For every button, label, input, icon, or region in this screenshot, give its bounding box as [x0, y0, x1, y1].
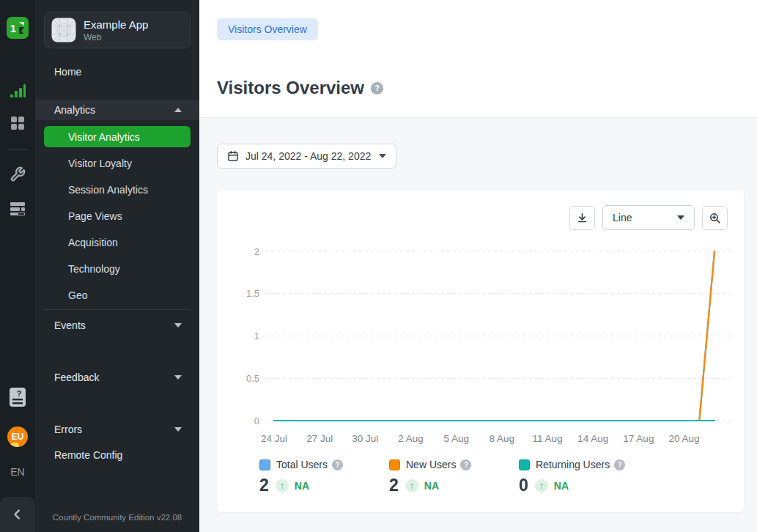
- countly-app-window: 1: [0, 0, 757, 532]
- page-header: Visitors Overview Visitors Overview ?: [199, 0, 757, 117]
- svg-text:30 Jul: 30 Jul: [352, 433, 378, 444]
- main-content: Visitors Overview Visitors Overview ? Ju…: [199, 0, 757, 532]
- sidebar-section-events[interactable]: Events: [35, 315, 199, 336]
- countly-logo[interactable]: 1: [6, 16, 29, 40]
- caret-down-icon: [174, 323, 182, 328]
- title-help-icon[interactable]: ?: [371, 82, 383, 95]
- svg-text:5 Aug: 5 Aug: [443, 433, 469, 444]
- page-body: Jul 24, 2022 - Aug 22, 2022 Line: [199, 117, 757, 532]
- svg-text:0: 0: [254, 415, 259, 426]
- chart-legend: Total Users ? 2 ↑ NA New Users: [259, 459, 649, 495]
- svg-text:0.5: 0.5: [246, 373, 259, 384]
- zoom-chart-button[interactable]: [702, 206, 728, 230]
- returning-users-swatch: [519, 459, 530, 470]
- download-icon: [576, 212, 588, 224]
- svg-text:2 Aug: 2 Aug: [398, 433, 424, 444]
- chart-type-select[interactable]: Line: [602, 205, 695, 230]
- caret-down-icon: [174, 427, 182, 432]
- icon-rail: 1: [0, 0, 35, 532]
- sidebar-section-feedback[interactable]: Feedback: [35, 367, 199, 388]
- sidebar-item-page-views[interactable]: Page Views: [35, 206, 199, 226]
- svg-text:14 Aug: 14 Aug: [577, 433, 608, 444]
- legend-label: New Users: [406, 459, 456, 470]
- app-name: Example App: [84, 18, 148, 31]
- legend-item-returning-users[interactable]: Returning Users ? 0 ↑ NA: [519, 459, 649, 495]
- svg-text:20 Aug: 20 Aug: [669, 433, 700, 444]
- caret-down-icon: [379, 154, 386, 158]
- total-users-swatch: [259, 459, 270, 470]
- management-wrench-icon[interactable]: [9, 166, 26, 183]
- language-selector[interactable]: EN: [10, 466, 24, 481]
- guides-help-icon[interactable]: ?: [8, 387, 27, 407]
- rail-divider: [8, 149, 27, 150]
- trend-change: NA: [295, 480, 309, 492]
- magnifier-plus-icon: [709, 212, 721, 224]
- sidebar-item-visitor-loyalty[interactable]: Visitor Loyalty: [35, 153, 199, 174]
- legend-label: Total Users: [276, 459, 328, 470]
- trend-change: NA: [554, 480, 569, 492]
- svg-text:17 Aug: 17 Aug: [623, 433, 654, 444]
- server-region-avatar[interactable]: EU: [7, 426, 28, 447]
- globe-blob: [8, 441, 20, 447]
- sidebar-item-technology[interactable]: Technology: [35, 259, 199, 279]
- svg-text:11 Aug: 11 Aug: [533, 433, 563, 444]
- feedback-section-label: Feedback: [54, 372, 99, 383]
- page-title: Visitors Overview: [217, 78, 364, 98]
- download-chart-button[interactable]: [569, 206, 595, 230]
- app-type: Web: [84, 32, 148, 43]
- svg-text:1.5: 1.5: [246, 288, 259, 299]
- sidebar-item-acquisition[interactable]: Acquisition: [35, 232, 199, 253]
- app-selector[interactable]: Example App Web: [44, 12, 191, 48]
- sidebar-section-errors[interactable]: Errors: [35, 419, 199, 440]
- server-region-label: EU: [12, 432, 24, 442]
- legend-item-new-users[interactable]: New Users ? 2 ↑ NA: [389, 459, 519, 495]
- chart-type-value: Line: [613, 212, 632, 223]
- sidebar: Example App Web Home Analytics Visitor A…: [35, 0, 199, 532]
- sidebar-item-visitor-analytics[interactable]: Visitor Analytics: [44, 126, 191, 147]
- svg-text:2: 2: [254, 246, 259, 257]
- legend-help-icon[interactable]: ?: [460, 459, 471, 470]
- trend-change: NA: [424, 480, 439, 492]
- sidebar-section-analytics[interactable]: Analytics: [35, 100, 199, 120]
- svg-text:1: 1: [254, 330, 259, 341]
- visitors-line-chart[interactable]: 00.511.5224 Jul27 Jul30 Jul2 Aug5 Aug8 A…: [217, 242, 744, 462]
- analytics-section-label: Analytics: [54, 104, 95, 116]
- date-range-value: Jul 24, 2022 - Aug 22, 2022: [245, 150, 371, 162]
- svg-text:27 Jul: 27 Jul: [306, 433, 333, 444]
- sidebar-item-remote-config[interactable]: Remote Config: [35, 445, 199, 465]
- total-users-value: 2: [259, 476, 269, 495]
- legend-help-icon[interactable]: ?: [332, 459, 343, 470]
- date-range-picker[interactable]: Jul 24, 2022 - Aug 22, 2022: [217, 144, 396, 169]
- calendar-icon: [227, 150, 239, 162]
- dashboards-nav-icon[interactable]: [9, 114, 26, 132]
- svg-text:1: 1: [10, 22, 16, 34]
- caret-down-icon: [174, 375, 182, 380]
- trend-up-icon: ↑: [535, 479, 548, 492]
- svg-text:24 Jul: 24 Jul: [261, 433, 287, 444]
- new-users-value: 2: [389, 476, 399, 495]
- legend-label: Returning Users: [536, 459, 610, 470]
- trend-up-icon: ↑: [276, 479, 289, 492]
- legend-help-icon[interactable]: ?: [614, 459, 625, 470]
- app-icon: [51, 18, 76, 43]
- errors-section-label: Errors: [54, 424, 82, 435]
- sidebar-item-session-analytics[interactable]: Session Analytics: [35, 180, 199, 200]
- version-footer: Countly Community Edition v22.08: [35, 513, 199, 522]
- sidebar-item-home[interactable]: Home: [35, 62, 199, 82]
- legend-item-total-users[interactable]: Total Users ? 2 ↑ NA: [259, 459, 389, 495]
- trend-up-icon: ↑: [405, 479, 418, 492]
- sidebar-item-geo[interactable]: Geo: [35, 285, 199, 306]
- caret-up-icon: [174, 108, 182, 112]
- sidebar-divider: [44, 309, 191, 310]
- analytics-nav-icon[interactable]: [9, 82, 26, 100]
- returning-users-value: 0: [519, 476, 528, 495]
- tab-visitors-overview[interactable]: Visitors Overview: [217, 18, 318, 40]
- collapse-sidebar-button[interactable]: [0, 497, 35, 532]
- svg-text:?: ?: [17, 389, 22, 398]
- visitors-chart-card: Line 00.511.5224 Jul27 Jul30 Jul2 Aug5: [217, 191, 744, 512]
- new-users-swatch: [389, 459, 400, 470]
- data-manager-stack-icon[interactable]: [9, 199, 26, 217]
- caret-down-icon: [677, 215, 684, 220]
- events-section-label: Events: [54, 319, 86, 331]
- svg-text:8 Aug: 8 Aug: [490, 433, 515, 444]
